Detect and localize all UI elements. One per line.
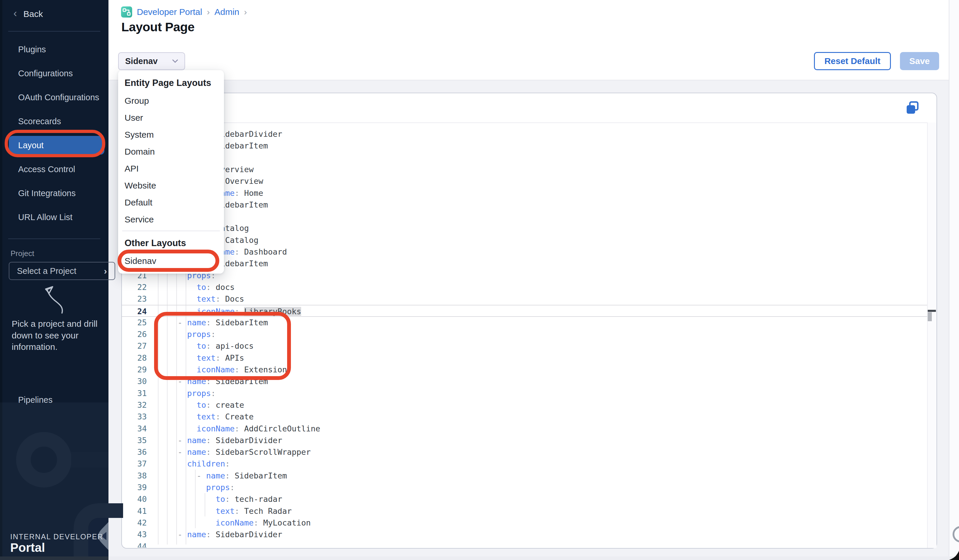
line-number: 43 xyxy=(122,528,147,541)
sidebar-item-git-integrations[interactable]: Git Integrations xyxy=(0,181,108,205)
menu-item-domain[interactable]: Domain xyxy=(118,143,224,160)
code-line-35[interactable]: 35 - name: SidebarDivider xyxy=(122,434,927,446)
back-label: Back xyxy=(23,9,43,19)
sidebar-item-label: Git Integrations xyxy=(18,189,76,198)
code-line-36[interactable]: 36 - name: SidebarScrollWrapper xyxy=(122,446,927,458)
menu-item-system[interactable]: System xyxy=(118,126,224,143)
code-line-20[interactable]: 20 - name: SidebarItem xyxy=(122,258,927,269)
page-scrollbar-track[interactable] xyxy=(949,0,959,560)
select-project-button[interactable]: Select a Project › xyxy=(9,262,115,280)
code-line-15[interactable]: 15 - name: SidebarItem xyxy=(122,199,927,211)
line-content: text: Docs xyxy=(168,293,244,305)
code-line-27[interactable]: 27 to: api-docs xyxy=(122,340,927,352)
editor-scrollbar-thumb[interactable] xyxy=(928,312,932,321)
layout-type-select[interactable]: Sidenav xyxy=(118,52,185,70)
chevron-down-icon xyxy=(172,59,178,63)
sidebar-item-layout[interactable]: Layout xyxy=(0,133,108,157)
menu-item-website[interactable]: Website xyxy=(118,177,224,194)
code-line-42[interactable]: 42 iconName: MyLocation xyxy=(122,517,927,529)
line-content: to: tech-radar xyxy=(168,493,282,505)
chevron-left-icon: ‹ xyxy=(13,8,17,19)
breadcrumb-developer-portal[interactable]: Developer Portal xyxy=(137,7,202,17)
code-line-10[interactable]: 10 - name: SidebarItem xyxy=(122,140,927,152)
main-content: Developer Portal › Admin › Layout Page S… xyxy=(108,0,959,560)
sidebar-item-oauth-configurations[interactable]: OAuth Configurations xyxy=(0,85,108,109)
sidebar-item-access-control[interactable]: Access Control xyxy=(0,157,108,181)
menu-item-group[interactable]: Group xyxy=(118,92,224,109)
menu-item-service[interactable]: Service xyxy=(118,211,224,228)
line-number: 37 xyxy=(122,458,147,470)
menu-item-default[interactable]: Default xyxy=(118,194,224,211)
bottom-strip xyxy=(108,557,959,560)
code-line-14[interactable]: 14 iconName: Home xyxy=(122,187,927,199)
menu-item-user[interactable]: User xyxy=(118,109,224,126)
brand-internal-developer: INTERNAL DEVELOPER xyxy=(10,533,103,541)
developer-portal-logo-icon xyxy=(121,6,132,18)
sidebar-item-url-allow-list[interactable]: URL Allow List xyxy=(0,205,108,229)
code-line-41[interactable]: 41 text: Tech Radar xyxy=(122,505,927,517)
sidebar-item-plugins[interactable]: Plugins xyxy=(0,37,108,61)
code-line-28[interactable]: 28 text: APIs xyxy=(122,352,927,364)
sidebar-item-label: Layout xyxy=(18,141,43,150)
code-line-13[interactable]: 13 text: Overview xyxy=(122,175,927,187)
code-line-38[interactable]: 38 - name: SidebarItem xyxy=(122,470,927,482)
save-button[interactable]: Save xyxy=(900,52,939,70)
line-content: props: xyxy=(168,387,216,399)
code-line-9[interactable]: 9 - name: SidebarDivider xyxy=(122,128,927,140)
code-line-39[interactable]: 39 props: xyxy=(122,481,927,493)
code-line-23[interactable]: 23 text: Docs xyxy=(122,293,927,305)
code-line-31[interactable]: 31 props: xyxy=(122,387,927,399)
breadcrumb-admin[interactable]: Admin xyxy=(214,7,239,17)
sidebar-item-label: Scorecards xyxy=(18,117,61,126)
line-number: 33 xyxy=(122,410,147,423)
sidebar-item-scorecards[interactable]: Scorecards xyxy=(0,109,108,133)
yaml-editor[interactable]: 9 - name: SidebarDivider10 - name: Sideb… xyxy=(122,123,927,547)
code-line-43[interactable]: 43 - name: SidebarDivider xyxy=(122,528,927,541)
line-number: 34 xyxy=(122,423,147,434)
menu-section-header: Other Layouts xyxy=(118,234,224,253)
code-line-16[interactable]: 16 props: xyxy=(122,210,927,223)
panel-header xyxy=(122,93,937,123)
code-line-34[interactable]: 34 iconName: AddCircleOutline xyxy=(122,423,927,434)
code-line-21[interactable]: 21 props: xyxy=(122,269,927,282)
line-content: text: Create xyxy=(168,410,254,423)
code-line-12[interactable]: 12 to: overview xyxy=(122,163,927,175)
menu-divider xyxy=(118,228,224,234)
code-line-25[interactable]: 25 - name: SidebarItem xyxy=(122,317,927,329)
breadcrumb-separator: › xyxy=(244,7,247,17)
menu-item-sidenav[interactable]: Sidenav xyxy=(118,253,224,269)
code-line-11[interactable]: 11 props: xyxy=(122,152,927,164)
sidebar-item-configurations[interactable]: Configurations xyxy=(0,61,108,85)
code-line-40[interactable]: 40 to: tech-radar xyxy=(122,493,927,505)
reset-default-button[interactable]: Reset Default xyxy=(814,52,891,70)
code-line-18[interactable]: 18 text: Catalog xyxy=(122,234,927,246)
code-line-24[interactable]: 24 iconName: LibraryBooks xyxy=(122,305,927,317)
code-line-44[interactable]: 44 xyxy=(122,541,927,548)
line-number: 30 xyxy=(122,375,147,387)
line-content: - name: SidebarDivider xyxy=(168,434,282,446)
code-line-17[interactable]: 17 to: catalog xyxy=(122,222,927,234)
code-line-29[interactable]: 29 iconName: Extension xyxy=(122,364,927,375)
project-hint-text: Pick a project and drill down to see you… xyxy=(12,318,99,353)
sidebar-item-label: Plugins xyxy=(18,45,46,54)
breadcrumb: Developer Portal › Admin › xyxy=(121,6,247,18)
line-number: 42 xyxy=(122,517,147,529)
code-line-37[interactable]: 37 children: xyxy=(122,458,927,470)
copy-icon[interactable] xyxy=(905,101,919,115)
code-line-26[interactable]: 26 props: xyxy=(122,328,927,340)
code-line-32[interactable]: 32 to: create xyxy=(122,399,927,411)
menu-item-api[interactable]: API xyxy=(118,160,224,177)
code-line-19[interactable]: 19 iconName: Dashboard xyxy=(122,246,927,258)
code-line-33[interactable]: 33 text: Create xyxy=(122,410,927,423)
code-line-30[interactable]: 30 - name: SidebarItem xyxy=(122,375,927,387)
code-line-22[interactable]: 22 to: docs xyxy=(122,281,927,293)
chevron-right-icon: › xyxy=(104,266,107,277)
back-button[interactable]: ‹ Back xyxy=(13,9,43,19)
line-content: - name: SidebarItem xyxy=(168,375,268,387)
line-content: iconName: LibraryBooks xyxy=(168,305,301,317)
line-number: 22 xyxy=(122,281,147,293)
sidebar-item-label: Configurations xyxy=(18,69,73,78)
line-number: 44 xyxy=(122,541,147,548)
editor-scrollbar-track[interactable] xyxy=(927,123,937,548)
line-number: 23 xyxy=(122,293,147,305)
